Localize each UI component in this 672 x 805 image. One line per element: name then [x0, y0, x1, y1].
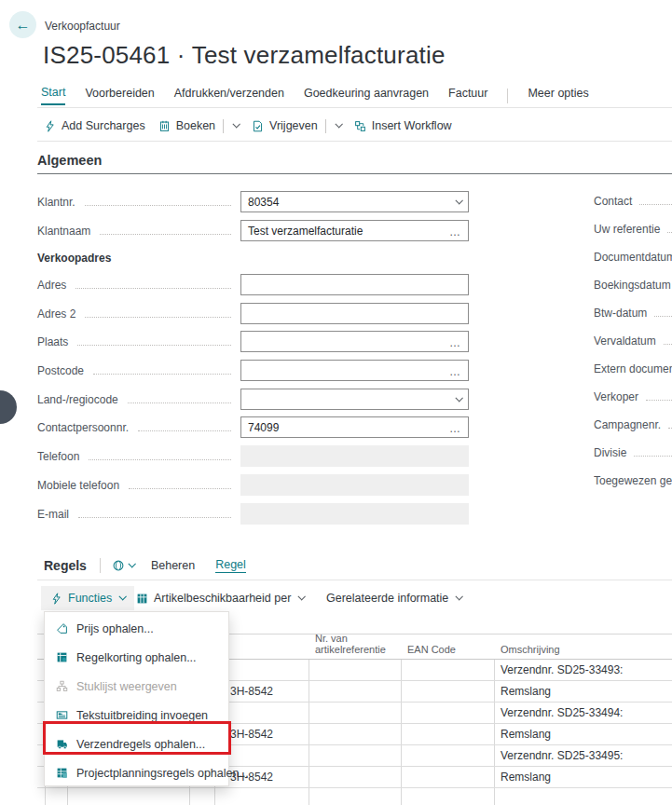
tab-more-options[interactable]: Meer opties	[528, 87, 588, 104]
field-row-plaats: Plaats …	[37, 331, 469, 352]
field-label-btw-datum: Btw-datum	[594, 306, 672, 320]
dot-leader	[78, 517, 231, 518]
column-header-artikelreferentie[interactable]: Nr. van artikelreferentie	[309, 634, 402, 659]
bom-structure-icon	[56, 680, 68, 692]
menu-item-projectplanningsregels-ophalen[interactable]: Projectplanningsregels ophalen...	[45, 758, 228, 787]
text-extension-icon	[56, 709, 68, 721]
divider	[37, 580, 672, 580]
ellipsis-lookup-icon[interactable]: …	[449, 361, 461, 380]
tab-afdrukken-verzenden[interactable]: Afdrukken/verzenden	[174, 87, 284, 104]
landregiocode-input[interactable]	[240, 389, 469, 410]
field-label: E-mail	[37, 508, 69, 521]
release-doc-icon	[252, 120, 264, 132]
field-label: Mobiele telefoon	[37, 479, 119, 492]
field-row-telefoon: Telefoon	[37, 445, 469, 467]
insert-workflow-button[interactable]: Insert Workflow	[354, 119, 452, 132]
functies-menu-button[interactable]: Functies	[41, 586, 134, 610]
field-label-documentdatum: Documentdatum	[594, 250, 672, 264]
post-book-icon	[158, 120, 171, 132]
chevron-down-icon	[119, 593, 127, 600]
floating-widget-handle[interactable]	[0, 390, 17, 424]
ribbon-tabs: Start Voorbereiden Afdrukken/verzenden G…	[41, 86, 589, 105]
back-button[interactable]: ←	[9, 11, 36, 38]
section-rule	[37, 173, 672, 174]
tab-voorbereiden[interactable]: Voorbereiden	[85, 87, 154, 104]
dot-leader	[85, 205, 231, 206]
column-header-nr[interactable]	[215, 634, 309, 659]
chevron-down-icon[interactable]	[233, 120, 240, 128]
dot-leader	[77, 345, 231, 346]
field-label-divisie: Divisie	[594, 445, 672, 459]
field-label: Telefoon	[37, 450, 79, 463]
split-divider	[223, 119, 224, 133]
postcode-input[interactable]: …	[240, 360, 469, 381]
field-label: Postcode	[37, 364, 84, 377]
vrijgeven-button[interactable]: Vrijgeven	[252, 119, 341, 133]
adres2-input[interactable]	[240, 303, 469, 324]
klantnaam-input[interactable]: Test verzamelfacturatie …	[240, 220, 469, 241]
field-label: Klantnaam	[37, 225, 90, 238]
field-row-contactpersoonnr: Contactpersoonnr. 74099 …	[37, 416, 469, 438]
menu-item-regelkorting-ophalen[interactable]: Regelkorting ophalen...	[45, 643, 228, 672]
dot-leader	[100, 234, 231, 235]
subsection-verkoopadres: Verkoopadres	[37, 252, 111, 265]
column-header-omschrijving[interactable]: Omschrijving	[495, 634, 672, 659]
menu-item-stuklijst-weergeven: Stuklijst weergeven	[45, 672, 228, 701]
functions-lightning-icon	[50, 593, 62, 605]
menu-item-tekstuitbreiding-invoegen[interactable]: Tekstuitbreiding invoegen	[45, 701, 228, 730]
dot-leader	[75, 288, 231, 289]
field-label-extern-documentnr: Extern documentnr.	[594, 362, 672, 375]
field-row-adres: Adres	[37, 274, 469, 295]
contactpersoonnr-input[interactable]: 74099 …	[240, 416, 469, 438]
tab-start[interactable]: Start	[41, 86, 65, 105]
action-toolbar: Add Surcharges Boeken Vrijgeven Insert W…	[44, 114, 452, 138]
field-label-boekingsdatum: Boekingsdatum	[594, 278, 672, 292]
mobiele-telefoon-input	[240, 474, 469, 496]
menu-item-verzendregels-ophalen[interactable]: Verzendregels ophalen...	[45, 730, 228, 758]
gerelateerde-informatie-button[interactable]: Gerelateerde informatie	[326, 586, 461, 610]
field-row-mobiele-telefoon: Mobiele telefoon	[37, 474, 469, 496]
price-tag-icon	[56, 622, 68, 634]
lines-tab-beheren[interactable]: Beheren	[151, 559, 195, 572]
page-title: IS25-05461 · Test verzamelfacturatie	[43, 41, 446, 70]
field-row-email: E-mail	[37, 503, 469, 525]
email-input	[240, 503, 469, 525]
plaats-input[interactable]: …	[240, 331, 469, 352]
shipment-lines-icon	[56, 738, 68, 750]
dot-leader	[129, 488, 231, 489]
field-label-campagnenr: Campagnenr.	[594, 417, 672, 431]
add-surcharges-button[interactable]: Add Surcharges	[44, 119, 145, 132]
workflow-icon	[354, 120, 366, 132]
column-header-ean[interactable]: EAN Code	[402, 634, 495, 659]
lightning-icon	[44, 120, 56, 132]
field-row-klantnaam: Klantnaam Test verzamelfacturatie …	[37, 220, 469, 241]
tabs-divider	[507, 89, 508, 103]
boeken-button[interactable]: Boeken	[158, 119, 239, 133]
combo-chevron-icon[interactable]	[454, 192, 461, 211]
menu-item-prijs-ophalen[interactable]: Prijs ophalen...	[45, 614, 228, 643]
item-availability-grid-icon	[136, 593, 148, 605]
combo-chevron-icon[interactable]	[454, 389, 461, 409]
ellipsis-lookup-icon[interactable]: …	[449, 417, 461, 437]
dot-leader	[138, 430, 231, 431]
ellipsis-lookup-icon[interactable]: …	[449, 221, 461, 240]
klantnr-input[interactable]: 80354	[240, 191, 469, 212]
field-label: Plaats	[37, 335, 68, 348]
tab-factuur[interactable]: Factuur	[448, 87, 487, 104]
chevron-down-icon[interactable]	[335, 120, 342, 128]
adres-input[interactable]	[240, 274, 469, 295]
sales-invoice-page: ← Verkoopfactuur IS25-05461 · Test verza…	[0, 0, 672, 805]
chevron-down-icon[interactable]	[128, 560, 135, 567]
field-label-contact: Contact	[594, 194, 672, 208]
field-label: Contactpersoonnr.	[37, 421, 129, 434]
dot-leader	[128, 402, 231, 403]
circle-doodle-icon[interactable]	[112, 559, 125, 572]
table-row[interactable]	[37, 788, 672, 805]
artikelbeschikbaarheid-button[interactable]: Artikelbeschikbaarheid per	[136, 586, 304, 610]
divider	[37, 107, 672, 108]
tab-goedkeuring-aanvragen[interactable]: Goedkeuring aanvragen	[304, 87, 429, 104]
lines-tab-regel[interactable]: Regel	[215, 558, 246, 573]
ellipsis-lookup-icon[interactable]: …	[449, 332, 461, 351]
field-label: Klantnr.	[37, 196, 75, 209]
field-label: Adres	[37, 279, 66, 292]
